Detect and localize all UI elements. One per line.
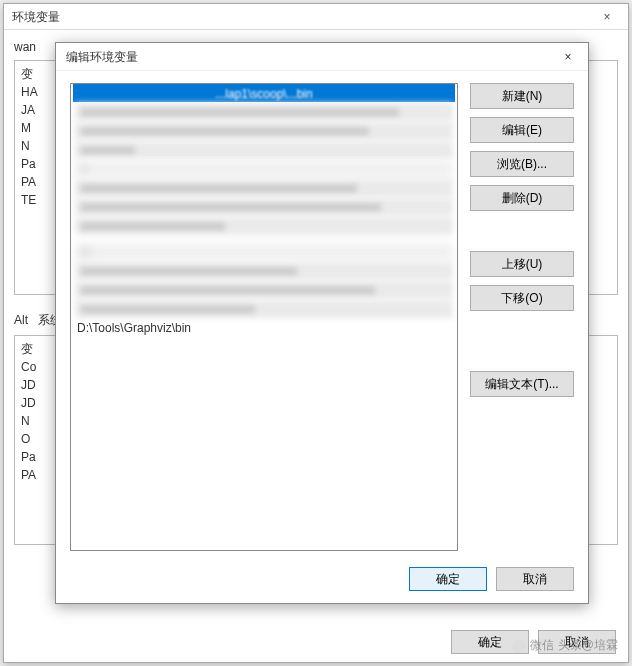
inner-cancel-button[interactable]: 取消 [496, 567, 574, 591]
path-item[interactable]: xxxxxxxxxxxxxxxxxxxxxxxxxxxxxxxxxxxxxxxx… [75, 103, 453, 121]
path-item[interactable]: xxxxxxxxxxxxxxxxxxxxxxxx [75, 217, 453, 235]
inner-ok-button[interactable]: 确定 [409, 567, 487, 591]
outer-cancel-button[interactable]: 取消 [538, 630, 616, 654]
move-down-button[interactable]: 下移(O) [470, 285, 574, 311]
path-item[interactable]: C. [75, 243, 453, 261]
path-item[interactable]: xxxxxxxxxxxxxxxxxxxxxxxxxxxxxxxxxxxxxxxx… [75, 198, 453, 216]
path-item-selected[interactable]: ...lap1\scoop\...bin [73, 84, 455, 102]
new-button[interactable]: 新建(N) [470, 83, 574, 109]
inner-title-text: 编辑环境变量 [66, 50, 138, 64]
inner-footer: 确定 取消 [403, 567, 574, 591]
path-values-list[interactable]: ...lap1\scoop\...bin xxxxxxxxxxxxxxxxxxx… [70, 83, 458, 551]
delete-button[interactable]: 删除(D) [470, 185, 574, 211]
path-item[interactable]: xxxxxxxxxxxxxxxxxxxxxxxxxxxxxxxxxxxx [75, 262, 453, 280]
path-item[interactable]: x [75, 160, 453, 178]
path-item-graphviz[interactable]: D:\Tools\Graphviz\bin [71, 319, 457, 337]
outer-title-text: 环境变量 [12, 10, 60, 24]
inner-close-button[interactable]: × [552, 45, 584, 67]
outer-ok-button[interactable]: 确定 [451, 630, 529, 654]
outer-title-bar: 环境变量 × [4, 4, 628, 30]
inner-title-bar: 编辑环境变量 × [56, 43, 588, 71]
move-up-button[interactable]: 上移(U) [470, 251, 574, 277]
path-item[interactable]: xxxxxxxxx [75, 141, 453, 159]
edit-button[interactable]: 编辑(E) [470, 117, 574, 143]
browse-button[interactable]: 浏览(B)... [470, 151, 574, 177]
path-item[interactable]: xxxxxxxxxxxxxxxxxxxxxxxxxxxxxxxxxxxxxxxx… [75, 179, 453, 197]
close-icon: × [564, 50, 571, 64]
button-column: 新建(N) 编辑(E) 浏览(B)... 删除(D) 上移(U) 下移(O) 编… [470, 83, 574, 397]
edit-text-button[interactable]: 编辑文本(T)... [470, 371, 574, 397]
outer-close-button[interactable]: × [586, 4, 628, 30]
close-icon: × [603, 10, 610, 24]
inner-body: ...lap1\scoop\...bin xxxxxxxxxxxxxxxxxxx… [70, 83, 574, 591]
path-item[interactable]: xxxxxxxxxxxxxxxxxxxxxxxxxxxxxxxxxxxxxxxx… [75, 122, 453, 140]
path-item[interactable]: xxxxxxxxxxxxxxxxxxxxxxxxxxxxx [75, 300, 453, 318]
outer-footer: 确定 取消 [445, 630, 616, 654]
path-item[interactable]: xxxxxxxxxxxxxxxxxxxxxxxxxxxxxxxxxxxxxxxx… [75, 281, 453, 299]
edit-env-var-dialog: 编辑环境变量 × ...lap1\scoop\...bin xxxxxxxxxx… [55, 42, 589, 604]
